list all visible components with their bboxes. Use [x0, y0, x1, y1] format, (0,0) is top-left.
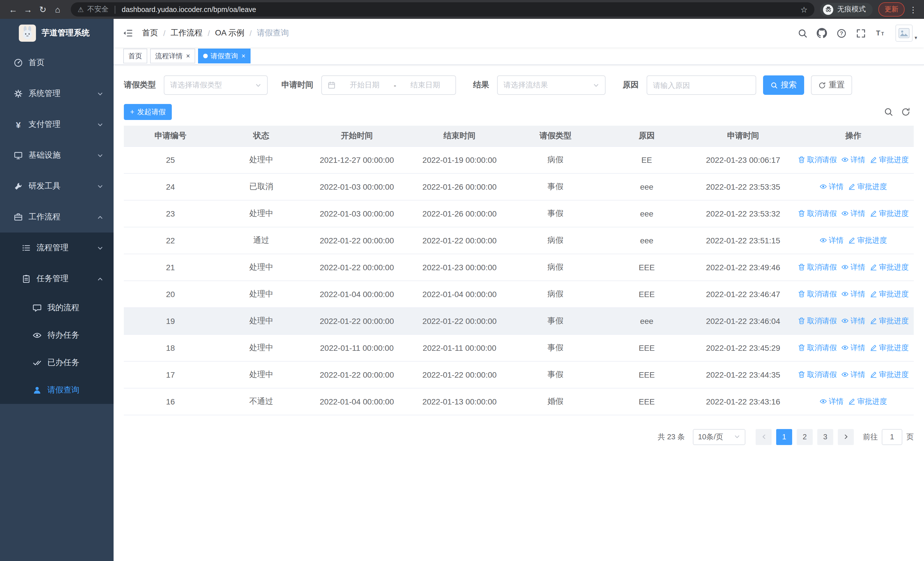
action-detail-link[interactable]: 详情 [841, 316, 865, 326]
tab-leave-query[interactable]: 请假查询 × [198, 48, 250, 63]
tab-close-icon[interactable]: × [186, 53, 190, 59]
cell-leave-type: 事假 [511, 334, 600, 361]
page-size-select[interactable]: 10条/页 [693, 429, 746, 445]
tab-home[interactable]: 首页 [123, 48, 147, 63]
sidebar-item-devtools[interactable]: 研发工具 [0, 171, 114, 202]
github-icon[interactable] [814, 24, 831, 42]
font-size-icon[interactable]: T T [872, 24, 889, 42]
action-progress-link[interactable]: 审批进度 [870, 262, 909, 272]
breadcrumb-workflow[interactable]: 工作流程 [171, 28, 202, 38]
action-detail-link[interactable]: 详情 [841, 369, 865, 380]
table-row: 16不通过2022-01-04 00:00:002022-01-13 00:00… [124, 388, 914, 415]
breadcrumb-home[interactable]: 首页 [142, 28, 158, 38]
app-frame: 芋道管理系统 首页 [0, 19, 924, 561]
action-cancel-link[interactable]: 取消请假 [798, 289, 837, 299]
view-icon [819, 398, 827, 405]
cell-apply-time: 2022-01-22 23:46:04 [693, 307, 793, 334]
sidebar-item-task-management[interactable]: 任务管理 [0, 263, 114, 294]
action-detail-link[interactable]: 详情 [819, 235, 843, 245]
cell-reason: EEE [600, 254, 693, 281]
next-page-button[interactable] [838, 429, 854, 445]
sidebar-item-home[interactable]: 首页 [0, 47, 114, 78]
page-button-1[interactable]: 1 [776, 429, 792, 445]
refresh-icon[interactable] [901, 107, 910, 117]
prev-page-button[interactable] [756, 429, 772, 445]
address-bar[interactable]: ⚠ 不安全 dashboard.yudao.iocoder.cn/bpm/oa/… [71, 2, 814, 17]
sidebar-item-infrastructure[interactable]: 基础设施 [0, 140, 114, 171]
table-row: 24已取消2022-01-03 00:00:002022-01-26 00:00… [124, 173, 914, 200]
browser-menu-icon[interactable]: ⋮ [908, 5, 918, 14]
help-icon[interactable]: ? [833, 24, 850, 42]
action-progress-link[interactable]: 审批进度 [870, 289, 909, 299]
toggle-search-icon[interactable] [884, 107, 893, 117]
action-detail-link[interactable]: 详情 [841, 208, 865, 218]
sidebar-item-process-management[interactable]: 流程管理 [0, 233, 114, 263]
browser-home-icon[interactable]: ⌂ [50, 2, 65, 17]
page-button-3[interactable]: 3 [817, 429, 833, 445]
user-avatar[interactable]: ▾ [896, 24, 917, 42]
sidebar-item-todo-tasks[interactable]: 待办任务 [0, 322, 114, 349]
action-progress-link[interactable]: 审批进度 [870, 369, 909, 380]
leave-type-select[interactable]: 请选择请假类型 [164, 75, 268, 95]
action-progress-link[interactable]: 审批进度 [870, 208, 909, 218]
sidebar-item-my-process[interactable]: 我的流程 [0, 294, 114, 322]
page-size-value: 10条/页 [698, 432, 723, 442]
create-leave-button[interactable]: + 发起请假 [124, 104, 172, 120]
sidebar-item-workflow[interactable]: 工作流程 [0, 202, 114, 233]
action-progress-link[interactable]: 审批进度 [848, 235, 887, 245]
view-icon [841, 344, 849, 351]
action-progress-link[interactable]: 审批进度 [870, 343, 909, 353]
sidebar-item-system[interactable]: 系统管理 [0, 78, 114, 109]
action-progress-link[interactable]: 审批进度 [848, 396, 887, 406]
apply-time-range-picker[interactable]: 开始日期 - 结束日期 [321, 75, 456, 95]
table-row: 21处理中2022-01-22 00:00:002022-01-23 00:00… [124, 254, 914, 281]
action-progress-link[interactable]: 审批进度 [870, 155, 909, 165]
select-placeholder: 请选择请假类型 [170, 80, 222, 90]
tab-process-detail[interactable]: 流程详情 × [150, 48, 195, 63]
action-label: 详情 [850, 343, 865, 353]
action-progress-link[interactable]: 审批进度 [870, 316, 909, 326]
menu-label: 请假查询 [47, 385, 80, 396]
edit-icon [870, 210, 877, 217]
delete-icon [798, 210, 805, 217]
browser-reload-icon[interactable]: ↻ [35, 2, 50, 17]
action-cancel-link[interactable]: 取消请假 [798, 343, 837, 353]
breadcrumb-oa-example[interactable]: OA 示例 [215, 28, 244, 38]
action-cancel-link[interactable]: 取消请假 [798, 208, 837, 218]
collapse-sidebar-icon[interactable] [114, 19, 142, 47]
action-detail-link[interactable]: 详情 [819, 396, 843, 406]
reason-input[interactable] [653, 81, 750, 89]
edit-icon [848, 236, 855, 244]
cell-status: 已取消 [217, 173, 306, 200]
action-cancel-link[interactable]: 取消请假 [798, 369, 837, 380]
fullscreen-icon[interactable] [852, 24, 870, 42]
action-detail-link[interactable]: 详情 [819, 181, 843, 192]
page-button-2[interactable]: 2 [797, 429, 813, 445]
delete-icon [798, 290, 805, 298]
sidebar-item-leave-query[interactable]: 请假查询 [0, 376, 114, 404]
bookmark-star-icon[interactable]: ☆ [801, 5, 808, 14]
view-icon [841, 263, 849, 271]
app-logo[interactable]: 芋道管理系统 [0, 19, 114, 47]
goto-page-input[interactable] [882, 429, 902, 445]
sidebar-item-payment[interactable]: ¥ 支付管理 [0, 109, 114, 140]
reset-button[interactable]: 重置 [811, 75, 852, 95]
tab-close-icon[interactable]: × [242, 53, 245, 59]
search-icon[interactable] [794, 24, 811, 42]
browser-forward-icon[interactable]: → [21, 2, 35, 17]
action-detail-link[interactable]: 详情 [841, 262, 865, 272]
action-progress-link[interactable]: 审批进度 [848, 181, 887, 192]
action-cancel-link[interactable]: 取消请假 [798, 155, 837, 165]
cell-apply-id: 20 [124, 281, 217, 307]
action-cancel-link[interactable]: 取消请假 [798, 262, 837, 272]
action-detail-link[interactable]: 详情 [841, 343, 865, 353]
browser-update-button[interactable]: 更新 [878, 2, 904, 17]
chevron-down-icon [97, 90, 103, 97]
action-detail-link[interactable]: 详情 [841, 289, 865, 299]
sidebar-item-done-tasks[interactable]: 已办任务 [0, 349, 114, 376]
search-button[interactable]: 搜索 [763, 75, 804, 95]
browser-back-icon[interactable]: ← [6, 2, 21, 17]
result-select[interactable]: 请选择流结果 [497, 75, 606, 95]
action-cancel-link[interactable]: 取消请假 [798, 316, 837, 326]
action-detail-link[interactable]: 详情 [841, 155, 865, 165]
